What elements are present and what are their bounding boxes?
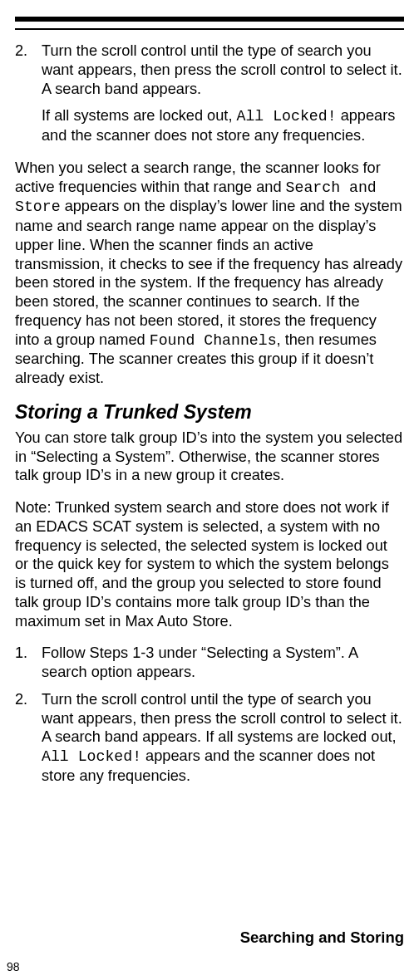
- list-number: 2.: [15, 42, 42, 98]
- list-item-2b: 2. Turn the scroll control until the typ…: [15, 690, 404, 786]
- rule-thin: [15, 28, 404, 30]
- rule-thick: [15, 17, 404, 22]
- code-all-locked: All Locked!: [237, 108, 337, 125]
- list-body: Turn the scroll control until the type o…: [42, 42, 404, 98]
- list-item-1b: 1. Follow Steps 1-3 under “Selecting a S…: [15, 644, 404, 682]
- text: appears on the display’s lower line and …: [15, 198, 402, 347]
- code-found-channels: Found Channels: [150, 332, 277, 349]
- list-body: Follow Steps 1-3 under “Selecting a Syst…: [42, 644, 404, 682]
- list-item-2: 2. Turn the scroll control until the typ…: [15, 42, 404, 98]
- page-number: 98: [7, 960, 20, 973]
- text: Turn the scroll control until the type o…: [42, 691, 402, 746]
- list-number: 1.: [15, 644, 42, 682]
- list-number: 2.: [15, 690, 42, 786]
- footer-section-title: Searching and Storing: [240, 929, 404, 947]
- page: 2. Turn the scroll control until the typ…: [0, 0, 419, 980]
- list-body: Turn the scroll control until the type o…: [42, 690, 404, 786]
- section-heading: Storing a Trunked System: [15, 401, 404, 424]
- paragraph: You can store talk group ID’s into the s…: [15, 429, 404, 485]
- note-paragraph: Note: Trunked system search and store do…: [15, 498, 404, 630]
- text: If all systems are locked out,: [42, 107, 237, 124]
- code-all-locked: All Locked!: [42, 748, 141, 765]
- paragraph: When you select a search range, the scan…: [15, 159, 404, 388]
- list-subtext: If all systems are locked out, All Locke…: [42, 106, 404, 145]
